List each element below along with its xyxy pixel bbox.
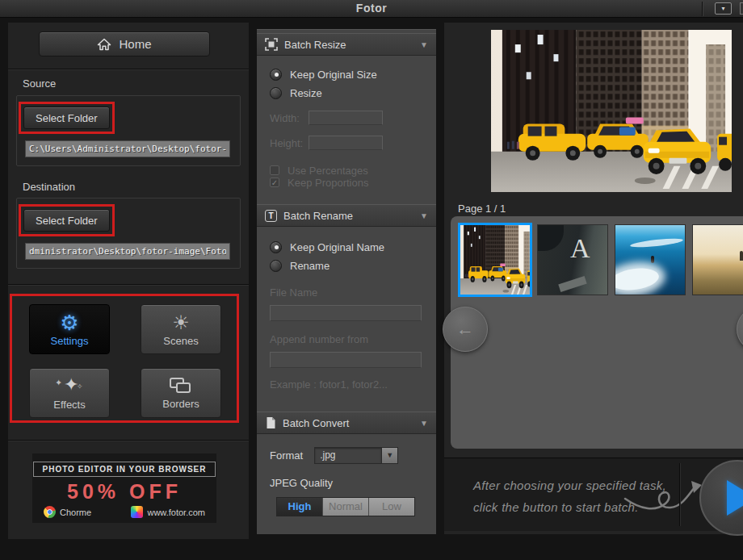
- title-bar: Fotor ▾: [0, 0, 743, 18]
- keep-proportions-label: Keep Proportions: [288, 177, 368, 189]
- rename-radio[interactable]: [270, 260, 282, 272]
- quality-normal-button[interactable]: Normal: [322, 498, 368, 516]
- titlebar-divider: [702, 2, 703, 16]
- height-label: Height:: [270, 137, 309, 149]
- ad-offer: 50% OFF: [32, 480, 216, 504]
- destination-path-field[interactable]: [25, 243, 230, 260]
- settings-button[interactable]: ⚙ Settings: [29, 304, 110, 354]
- divider: [8, 69, 249, 70]
- quality-low-button[interactable]: Low: [368, 498, 414, 516]
- batch-resize-header[interactable]: Batch Resize ▼: [257, 33, 436, 56]
- next-page-button[interactable]: [737, 307, 743, 352]
- use-percentages-label: Use Percentages: [288, 165, 368, 177]
- action-bar: After choosing your specified task, clic…: [444, 458, 743, 531]
- page-indicator: Page 1 / 1: [458, 203, 506, 215]
- width-label: Width:: [270, 112, 309, 124]
- format-select[interactable]: .jpg ▼: [314, 447, 398, 464]
- scenes-button[interactable]: ☀ Scenes: [141, 304, 221, 354]
- width-input: [309, 111, 383, 125]
- ad-headline: PHOTO EDITOR IN YOUR BROWSER: [33, 462, 215, 477]
- jpeg-quality-label: JPEG Quality: [270, 477, 423, 489]
- scenes-label: Scenes: [163, 335, 198, 347]
- keep-proportions-checkbox: ✓: [270, 178, 279, 187]
- task-panel: Batch Resize ▼ Keep Original Size Resize…: [257, 29, 436, 534]
- keep-original-size-label: Keep Original Size: [290, 69, 377, 81]
- home-button[interactable]: Home: [39, 31, 210, 56]
- thumbnail-surfer[interactable]: [615, 224, 686, 295]
- sun-icon: ☀: [172, 312, 190, 333]
- chrome-label: Chorme: [60, 508, 91, 517]
- ad-banner[interactable]: PHOTO EDITOR IN YOUR BROWSER 50% OFF Cho…: [32, 453, 216, 523]
- chrome-badge: Chorme: [44, 506, 91, 518]
- source-red-highlight: Select Folder: [19, 102, 115, 134]
- source-select-folder-button[interactable]: Select Folder: [23, 107, 110, 129]
- destination-label: Destination: [23, 181, 75, 193]
- borders-label: Borders: [162, 398, 199, 410]
- format-value: .jpg: [314, 447, 382, 464]
- batch-convert-header[interactable]: Batch Convert ▼: [257, 412, 436, 434]
- height-input: [309, 136, 383, 150]
- divider: [8, 440, 249, 441]
- file-name-input: [270, 305, 422, 321]
- batch-rename-title: Batch Rename: [283, 210, 353, 222]
- rename-icon: T: [265, 210, 277, 222]
- chevron-down-icon: ▼: [420, 211, 428, 220]
- preview-photo-taxis: [491, 30, 732, 192]
- resize-label: Resize: [290, 87, 322, 99]
- effects-button[interactable]: ✦✦✧ Effects: [29, 368, 110, 418]
- batch-resize-title: Batch Resize: [284, 39, 346, 51]
- minimize-button[interactable]: ▾: [715, 2, 732, 15]
- batch-convert-body: Format .jpg ▼ JPEG Quality High Normal L…: [257, 434, 436, 516]
- preview-panel: Page 1 / 1 A ← After: [444, 23, 743, 534]
- sparkles-icon: ✦✦✧: [55, 376, 84, 397]
- example-text: Example : fotor1, fotor2...: [270, 378, 423, 403]
- keep-original-name-label: Keep Original Name: [290, 241, 384, 253]
- file-icon: [265, 416, 276, 429]
- rename-label: Rename: [290, 260, 330, 272]
- format-label: Format: [270, 449, 303, 462]
- quality-segmented-control: High Normal Low: [276, 497, 415, 516]
- chrome-icon: [44, 506, 56, 518]
- source-label: Source: [23, 77, 56, 90]
- left-arrow-icon: ←: [456, 319, 474, 340]
- divider: [8, 284, 249, 286]
- frames-icon: [170, 377, 192, 396]
- append-number-input: [270, 352, 422, 368]
- chevron-down-icon[interactable]: ▼: [382, 447, 398, 464]
- divider: [679, 463, 680, 526]
- app-title: Fotor: [0, 2, 743, 15]
- source-group: Select Folder: [16, 95, 241, 166]
- home-icon: [97, 38, 111, 51]
- start-batch-button[interactable]: [699, 460, 743, 536]
- site-badge: www.fotor.com: [131, 506, 205, 518]
- batch-rename-body: Keep Original Name Rename File Name Appe…: [257, 227, 436, 403]
- gear-icon: ⚙: [60, 312, 78, 333]
- destination-select-folder-button[interactable]: Select Folder: [23, 209, 110, 232]
- thumbnail-letter-a[interactable]: A: [537, 224, 608, 295]
- keep-original-size-radio[interactable]: [270, 69, 282, 81]
- chevron-down-icon: ▼: [420, 40, 428, 49]
- settings-label: Settings: [51, 335, 89, 347]
- tools-red-highlight: ⚙ Settings ☀ Scenes ✦✦✧ Effects Borders: [10, 294, 239, 423]
- keep-original-name-radio[interactable]: [270, 241, 282, 253]
- thumbnail-field[interactable]: [692, 224, 743, 295]
- batch-convert-title: Batch Convert: [283, 417, 349, 429]
- file-name-label: File Name: [270, 286, 423, 299]
- doodle-arrow-icon: [623, 470, 704, 523]
- left-panel: Home Source Select Folder Destination Se…: [8, 23, 249, 539]
- resize-radio[interactable]: [270, 87, 282, 99]
- batch-resize-body: Keep Original Size Resize Width: Height:…: [257, 56, 436, 194]
- quality-high-button[interactable]: High: [277, 498, 322, 516]
- borders-button[interactable]: Borders: [141, 368, 221, 418]
- home-label: Home: [119, 37, 151, 51]
- destination-group: Select Folder: [16, 198, 241, 269]
- prev-page-button[interactable]: ←: [443, 307, 488, 352]
- effects-label: Effects: [53, 399, 86, 411]
- site-label: www.fotor.com: [147, 508, 205, 517]
- thumbnail-taxis[interactable]: [458, 223, 532, 297]
- batch-rename-header[interactable]: T Batch Rename ▼: [257, 204, 436, 227]
- destination-red-highlight: Select Folder: [19, 204, 115, 236]
- thumbnail-strip: A ←: [451, 216, 743, 449]
- source-path-field[interactable]: [25, 140, 230, 157]
- close-button-partial[interactable]: [740, 2, 743, 15]
